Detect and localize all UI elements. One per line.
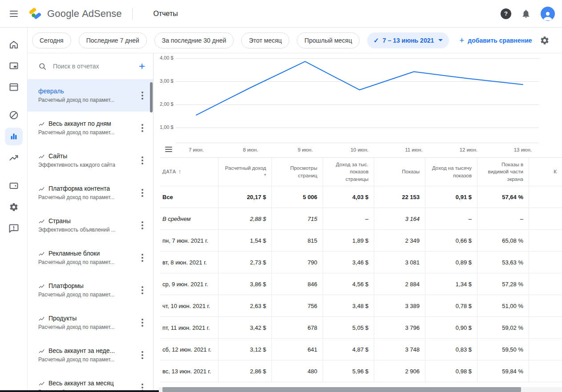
feedback-icon[interactable]: [3, 218, 24, 239]
chip-last-7-days[interactable]: Последние 7 дней: [79, 32, 147, 48]
chart-menu-icon[interactable]: [163, 145, 174, 154]
item-menu-kebab-icon[interactable]: [136, 314, 149, 332]
table-row: вс, 13 июн. 2021 г. 2,86 $ 480 5,96 $ 2 …: [160, 360, 562, 382]
x-tick-label: 12 июн.: [460, 147, 478, 152]
optimization-trend-icon[interactable]: [3, 147, 24, 168]
adsense-logo[interactable]: Google AdSense: [28, 7, 121, 20]
window-edge: [0, 390, 159, 392]
date-filter-bar: Сегодня Последние 7 дней За последние 30…: [28, 28, 562, 53]
report-item-account-by-month[interactable]: Весь аккаунт за месяц Расчетный доход по…: [28, 371, 153, 392]
table-header-row: ДАТА↑ Расчетный доход * Просмотры страни…: [160, 158, 562, 186]
chip-custom-range-selected[interactable]: ✓ 7 – 13 июнь 2021: [367, 32, 449, 48]
report-item-countries[interactable]: Страны Эффективность объявлений ...: [28, 209, 153, 241]
report-item-february[interactable]: февраль Расчетный доход по парамет...: [28, 79, 153, 112]
report-search-row: +: [28, 53, 153, 79]
search-icon: [38, 62, 47, 71]
ads-icon[interactable]: [3, 55, 24, 76]
x-tick-label: 7 июн.: [189, 147, 204, 152]
report-item-ad-units[interactable]: Рекламные блоки Расчетный доход по парам…: [28, 241, 153, 274]
column-header-clicks-truncated[interactable]: К: [529, 158, 562, 186]
x-tick-label: 11 июн.: [405, 147, 423, 152]
settings-gear-icon[interactable]: [3, 196, 24, 218]
table-row: пт, 11 июн. 2021 г. 3,42 $ 678 5,05 $ 3 …: [160, 317, 562, 339]
add-comparison-button[interactable]: + добавить сравнение: [459, 36, 532, 44]
report-item-account-by-day[interactable]: Весь аккаунт по дням Расчетный доход по …: [28, 112, 153, 144]
reports-sidebar: + февраль Расчетный доход по парамет... …: [28, 53, 154, 392]
topbar-actions: ?: [501, 7, 555, 21]
chip-last-30-days[interactable]: За последние 30 дней: [154, 32, 234, 48]
help-icon[interactable]: ?: [501, 8, 511, 19]
report-item-platforms[interactable]: Платформы Расчетный доход по парамет...: [28, 274, 153, 306]
account-avatar[interactable]: [541, 7, 555, 21]
column-header-active-view[interactable]: Показы в видимой части экрана: [477, 158, 529, 186]
home-icon[interactable]: [3, 34, 24, 55]
report-item-products[interactable]: Продукты Расчетный доход по парамет...: [28, 306, 153, 339]
column-header-date[interactable]: ДАТА↑: [160, 158, 218, 186]
item-menu-kebab-icon[interactable]: [136, 216, 149, 234]
top-app-bar: Google AdSense Отчеты ?: [0, 0, 562, 28]
chart-glyph-icon: [38, 283, 45, 289]
notifications-bell-icon[interactable]: [521, 9, 531, 19]
column-header-estimated-earnings[interactable]: Расчетный доход *: [218, 158, 271, 186]
report-item-content-platform[interactable]: Платформа контента Расчетный доход по па…: [28, 176, 153, 209]
x-tick-label: 10 июн.: [351, 147, 369, 152]
y-tick-label: 3,00 $: [160, 78, 174, 84]
brand-google-text: Google: [47, 8, 79, 20]
report-item-sites[interactable]: Сайты Эффективность каждого сайта: [28, 144, 153, 176]
chart-glyph-icon: [38, 185, 45, 192]
item-menu-kebab-icon[interactable]: [136, 87, 149, 104]
report-main-panel: 4,00 $ 3,00 $ 2,00 $ 1,00 $ 7 июн. 8 июн…: [154, 53, 562, 392]
column-header-impressions[interactable]: Показы: [374, 158, 425, 186]
new-report-plus-icon[interactable]: +: [139, 61, 145, 72]
selected-range-label: 7 – 13 июнь 2021: [383, 37, 434, 44]
table-row: пн, 7 июн. 2021 г. 1,54 $ 815 1,89 $ 2 3…: [160, 230, 562, 252]
horizontal-scrollbar-thumb[interactable]: [162, 387, 521, 392]
chip-today[interactable]: Сегодня: [32, 32, 71, 48]
table-row-total: Все 20,17 $ 5 006 4,03 $ 22 153 0,91 $ 5…: [160, 186, 562, 208]
x-tick-label: 9 июн.: [298, 147, 313, 152]
sidebar-scrollbar[interactable]: [150, 82, 153, 112]
item-menu-kebab-icon[interactable]: [136, 281, 149, 299]
report-item-account-by-week[interactable]: Весь аккаунт за неде... Расчетный доход …: [28, 339, 153, 371]
chip-last-month[interactable]: Прошлый месяц: [297, 32, 360, 48]
sites-icon[interactable]: [3, 76, 24, 98]
chart-glyph-icon: [38, 250, 45, 257]
column-header-page-views[interactable]: Просмотры страниц: [271, 158, 323, 186]
table-row-average: В среднем 2,88 $ 715 – 3 164 – –: [160, 208, 562, 230]
report-settings-gear-icon[interactable]: [540, 36, 550, 45]
main-menu-icon[interactable]: [7, 7, 20, 20]
item-menu-kebab-icon[interactable]: [136, 119, 149, 137]
horizontal-scrollbar-track[interactable]: [159, 387, 562, 392]
chart-glyph-icon: [38, 348, 45, 354]
adsense-reports-app: Google AdSense Отчеты ?: [0, 0, 562, 392]
chart-glyph-icon: [38, 315, 45, 322]
table-row: ср, 9 июн. 2021 г. 3,86 $ 846 4,56 $ 2 8…: [160, 273, 562, 295]
table-row: сб, 12 июн. 2021 г. 3,12 $ 641 4,87 $ 3 …: [160, 339, 562, 360]
report-search-input[interactable]: [53, 63, 133, 70]
item-menu-kebab-icon[interactable]: [136, 152, 149, 169]
table-row: чт, 10 июн. 2021 г. 2,63 $ 756 3,48 $ 3 …: [160, 295, 562, 317]
chart-glyph-icon: [38, 153, 45, 160]
chart-series-line: [196, 61, 523, 115]
item-menu-kebab-icon[interactable]: [136, 184, 149, 202]
report-data-table: ДАТА↑ Расчетный доход * Просмотры страни…: [160, 157, 562, 382]
y-tick-label: 2,00 $: [160, 101, 174, 107]
sort-ascending-icon: ↑: [178, 168, 182, 176]
y-tick-label: 1,00 $: [160, 124, 174, 130]
dropdown-caret-icon: [438, 39, 443, 41]
chip-this-month[interactable]: Этот месяц: [241, 32, 289, 48]
column-header-impression-rpm[interactable]: Доход на тысячу показов: [425, 158, 477, 186]
column-header-page-rpm[interactable]: Доход за тыс. показов страницы: [323, 158, 374, 186]
check-icon: ✓: [373, 36, 379, 44]
table-row: вт, 8 июн. 2021 г. 2,73 $ 790 3,46 $ 3 0…: [160, 252, 562, 273]
item-menu-kebab-icon[interactable]: [136, 249, 149, 267]
x-tick-label: 8 июн.: [243, 147, 258, 152]
chart-glyph-icon: [38, 218, 45, 224]
brand-product-text: AdSense: [82, 8, 121, 20]
reports-icon[interactable]: [3, 126, 24, 147]
x-tick-label: 13 июн.: [514, 147, 532, 152]
brand-safety-block-icon[interactable]: [3, 104, 24, 126]
item-menu-kebab-icon[interactable]: [136, 346, 149, 364]
topbar-divider: [132, 8, 133, 20]
payments-icon[interactable]: [3, 175, 24, 196]
